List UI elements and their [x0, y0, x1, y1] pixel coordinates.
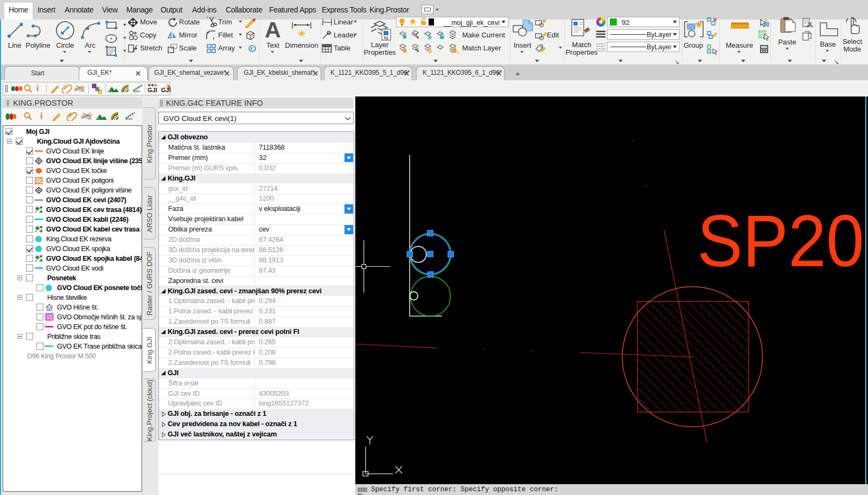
svg-text:GJI: GJI	[148, 87, 157, 93]
svg-text:SP20: SP20	[697, 200, 864, 282]
svg-text:GJI: GJI	[161, 87, 171, 93]
